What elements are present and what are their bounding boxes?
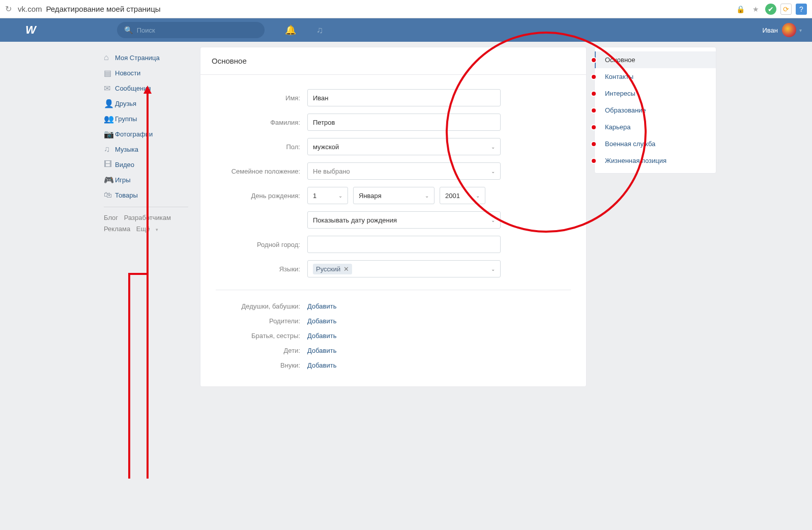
settings-tab-5[interactable]: Военная служба [595, 135, 716, 152]
dob-day-select[interactable]: 1⌄ [307, 187, 348, 204]
relation-select[interactable]: Не выбрано⌄ [307, 162, 501, 180]
chevron-down-icon: ⌄ [491, 217, 495, 223]
nav-item-6[interactable]: ♫Музыка [100, 142, 192, 157]
left-nav: ⌂Моя Страница▤Новости✉Сообщения👤Друзья👥Г… [96, 47, 192, 387]
relative-label-0: Дедушки, бабушки: [216, 302, 307, 310]
nav-item-7[interactable]: 🎞Видео [100, 157, 192, 172]
nav-item-8[interactable]: 🎮Игры [100, 172, 192, 187]
nav-item-label: Друзья [115, 100, 136, 107]
nav-item-0[interactable]: ⌂Моя Страница [100, 50, 192, 65]
footer-blog-link[interactable]: Блог [104, 214, 118, 221]
nav-footer: Блог Разработчикам Реклама Ещё ▾ [100, 212, 192, 235]
nav-item-label: Музыка [115, 146, 138, 153]
add-relative-link-4[interactable]: Добавить [307, 361, 336, 369]
video-icon: 🎞 [104, 160, 115, 169]
hometown-label: Родной город: [216, 241, 307, 248]
last-name-label: Фамилия: [216, 119, 307, 126]
header-user-menu[interactable]: Иван ▾ [762, 23, 802, 37]
edit-profile-main: Основное Имя: Фамилия: Пол: мужской⌄ Сем… [200, 47, 587, 387]
photos-icon: 📷 [104, 129, 115, 139]
messages-icon: ✉ [104, 83, 115, 93]
extension-1-icon[interactable]: ⟳ [780, 4, 792, 15]
browser-address-bar: ↻ vk.com Редактирование моей страницы 🔒 … [0, 0, 812, 18]
add-relative-link-3[interactable]: Добавить [307, 347, 336, 354]
music-player-icon[interactable]: ♫ [316, 25, 324, 36]
footer-devs-link[interactable]: Разработчикам [124, 214, 171, 221]
home-icon: ⌂ [104, 53, 115, 62]
dob-year-select[interactable]: 2001⌄ [440, 187, 485, 204]
settings-tab-0[interactable]: Основное [595, 51, 716, 68]
settings-tab-2[interactable]: Интересы [595, 85, 716, 102]
dob-visibility-select[interactable]: Показывать дату рождения⌄ [307, 211, 501, 229]
add-relative-link-0[interactable]: Добавить [307, 302, 336, 310]
hometown-input[interactable] [307, 236, 501, 253]
settings-tabs-panel: ОсновноеКонтактыИнтересыОбразованиеКарье… [594, 47, 716, 387]
nav-item-1[interactable]: ▤Новости [100, 65, 192, 80]
nav-item-label: Сообщения [115, 85, 151, 92]
relative-label-3: Дети: [216, 347, 307, 354]
chevron-down-icon: ⌄ [491, 169, 495, 174]
nav-item-label: Группы [115, 115, 137, 123]
vk-logo[interactable]: W [25, 23, 36, 37]
nav-item-label: Игры [115, 176, 131, 184]
page-title-in-url: Редактирование моей страницы [46, 5, 161, 13]
extension-2-icon[interactable]: ? [796, 4, 807, 15]
remove-language-icon[interactable]: ✕ [343, 265, 349, 273]
nav-item-4[interactable]: 👥Группы [100, 111, 192, 126]
nav-item-label: Видео [115, 161, 134, 169]
relation-label: Семейное положение: [216, 168, 307, 175]
nav-item-label: Товары [115, 191, 138, 199]
first-name-label: Имя: [216, 94, 307, 102]
search-box[interactable]: 🔍 [117, 22, 265, 38]
chevron-down-icon: ▾ [799, 27, 802, 33]
first-name-input[interactable] [307, 89, 501, 106]
market-icon: 🛍 [104, 190, 115, 200]
dob-label: День рождения: [216, 192, 307, 200]
extension-shield-icon[interactable]: ✔ [765, 4, 776, 15]
languages-label: Языки: [216, 265, 307, 273]
relative-label-4: Внуки: [216, 361, 307, 369]
nav-item-2[interactable]: ✉Сообщения [100, 80, 192, 96]
news-icon: ▤ [104, 68, 115, 78]
nav-item-9[interactable]: 🛍Товары [100, 187, 192, 203]
chevron-down-icon: ⌄ [338, 193, 342, 199]
form-divider [216, 290, 571, 290]
notifications-icon[interactable]: 🔔 [285, 24, 296, 36]
nav-item-5[interactable]: 📷Фотографии [100, 126, 192, 142]
section-title: Основное [200, 47, 586, 75]
nav-item-label: Новости [115, 69, 140, 77]
footer-ads-link[interactable]: Реклама [104, 225, 130, 233]
chevron-down-icon: ⌄ [491, 144, 495, 150]
star-icon[interactable]: ★ [750, 4, 761, 15]
nav-item-label: Фотографии [115, 130, 153, 138]
nav-item-label: Моя Страница [115, 54, 160, 62]
groups-icon: 👥 [104, 114, 115, 124]
url-domain: vk.com [18, 5, 42, 13]
avatar [782, 23, 796, 37]
chevron-down-icon: ⌄ [491, 266, 495, 272]
reload-icon[interactable]: ↻ [5, 4, 12, 14]
add-relative-link-1[interactable]: Добавить [307, 317, 336, 325]
lock-icon[interactable]: 🔒 [735, 4, 746, 15]
search-input[interactable] [137, 26, 257, 34]
settings-tab-4[interactable]: Карьера [595, 119, 716, 135]
music-icon: ♫ [104, 145, 115, 154]
settings-tab-1[interactable]: Контакты [595, 68, 716, 85]
chevron-down-icon: ⌄ [425, 193, 429, 199]
settings-tab-6[interactable]: Жизненная позиция [595, 152, 716, 169]
language-token[interactable]: Русский✕ [313, 264, 352, 274]
sex-label: Пол: [216, 143, 307, 151]
search-icon: 🔍 [124, 26, 133, 34]
languages-select[interactable]: Русский✕ ⌄ [307, 260, 501, 277]
chevron-down-icon: ⌄ [476, 193, 480, 199]
relative-label-1: Родители: [216, 317, 307, 325]
last-name-input[interactable] [307, 114, 501, 131]
footer-more-link[interactable]: Ещё ▾ [136, 225, 162, 233]
nav-item-3[interactable]: 👤Друзья [100, 96, 192, 111]
settings-tab-3[interactable]: Образование [595, 102, 716, 119]
header-user-name: Иван [762, 26, 778, 34]
friends-icon: 👤 [104, 99, 115, 108]
add-relative-link-2[interactable]: Добавить [307, 332, 336, 340]
sex-select[interactable]: мужской⌄ [307, 138, 501, 155]
dob-month-select[interactable]: Января⌄ [353, 187, 434, 204]
